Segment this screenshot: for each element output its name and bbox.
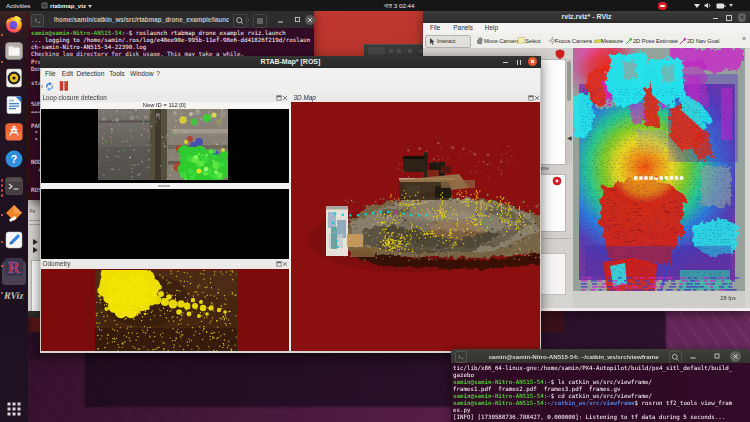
battery-icon[interactable] [716,3,726,9]
maximize-button[interactable] [292,14,303,25]
terminal-tab-button[interactable] [31,14,44,27]
odometry-view[interactable] [40,269,289,353]
dock-item-rhythmbox[interactable] [4,68,24,88]
maximize-icon[interactable] [726,15,732,21]
select-tool-button[interactable]: Select [517,36,545,46]
top-bar: Activities rtabmap_viz নভে 3 02:44 [0,0,750,11]
rtabmap-titlebar[interactable]: RTAB-Map* [ROS] [40,56,541,68]
terminal-tab-button[interactable] [455,351,467,363]
camera-image [98,109,228,180]
nav-goal-tool-button[interactable]: 2D Nav Goal [679,36,721,46]
window-border [40,68,41,353]
terminal-line: samin@samin-Nitro-AN515-54:~/catkin_ws/s… [453,400,750,407]
output-text: [INFO] [1730588736.788427, 0.000000]: Li… [453,414,725,420]
dock-item-text-editor[interactable] [4,230,24,250]
displays-frame-label: frame [537,166,571,172]
move-camera-tool-button[interactable]: Move Camera [476,36,516,46]
dock-item-writer[interactable] [4,95,24,115]
close-button[interactable] [738,13,747,22]
terminal-line: gazebo [453,372,750,379]
gazebo-tree-arrows-icon [32,238,40,254]
loop-closure-match-view[interactable] [40,189,289,260]
activities-button[interactable]: Activities [6,2,30,9]
show-applications-button[interactable] [7,402,21,416]
terminal2-titlebar[interactable]: samin@samin-Nitro-AN515-54: ~/catkin_ws/… [451,349,750,364]
menu-panels[interactable]: Panels [453,23,473,33]
minimize-icon[interactable] [713,18,718,19]
panel-collapse-arrow[interactable]: ◀ [567,134,571,143]
restore-icon[interactable] [517,60,521,65]
running-indicator [1,265,4,268]
system-menu-caret-icon[interactable] [729,4,733,7]
rtabmap-toolbar [40,79,541,94]
nav-goal-label: 2D Nav Goal [687,38,719,44]
dock-item-rviz[interactable]: R [4,257,24,277]
focus-camera-tool-button[interactable]: Focus Camera [548,36,590,46]
loop-closure-camera-view[interactable] [40,109,289,184]
dock-item-help[interactable]: ? [4,149,24,169]
terminal2-content[interactable]: tic/lib/x86_64-linux-gnu:/home/samin/PX4… [451,363,750,422]
rviz-titlebar[interactable]: rviz.rviz* - RViz [423,11,750,23]
input-source-icon[interactable] [694,4,700,8]
close-button[interactable] [528,57,537,66]
maximize-button[interactable] [712,351,722,361]
output-text: $ ls catkin_ws/src/viewframe/ [551,379,652,385]
gazebo-toolbar-icon[interactable] [408,49,412,53]
prompt-text: samin@samin-Nitro-AN515-54 [453,400,544,406]
focused-app-menu[interactable]: rtabmap_viz [50,2,86,9]
menu-button[interactable] [253,14,267,28]
menu-file[interactable]: File [430,23,440,33]
splitter-handle [158,185,170,187]
toolbar-overflow[interactable]: » [742,35,746,42]
gazebo-toolbar-icon[interactable] [389,49,393,53]
dock-item-terminal[interactable] [4,176,24,196]
minimize-button[interactable] [688,351,698,361]
close-icon [738,13,747,22]
dock-item-ubuntu-software[interactable] [4,122,24,142]
error-status-icon [555,49,565,59]
dock-item-impress[interactable] [4,203,24,223]
gazebo-toolbar-icon[interactable] [397,49,401,53]
rtabmap-window: RTAB-Map* [ROS] File Edit Detection Tool… [40,56,541,353]
volume-icon[interactable] [704,2,712,9]
close-button[interactable] [305,15,315,25]
dock-item-rviz-logo[interactable]: RViz [3,287,26,302]
rviz-3d-viewport[interactable] [573,48,745,291]
refresh-button[interactable] [44,81,55,92]
menu-help[interactable]: ? [156,68,160,80]
menu-file[interactable]: File [45,68,56,80]
scrollbar[interactable] [566,59,572,165]
scrollbar-thumb[interactable] [567,61,571,101]
rviz-toolbar: Interact Move Camera Select Focus Camera… [423,33,750,49]
interact-tool-button[interactable]: Interact [425,35,471,48]
displays-tree[interactable] [540,59,566,165]
search-button[interactable] [233,14,247,28]
close-panel-icon[interactable] [282,261,288,267]
search-button[interactable] [669,351,682,364]
clock[interactable]: নভে 3 02:44 [384,2,464,10]
close-button[interactable] [730,351,741,362]
pose-estimate-tool-button[interactable]: 2D Pose Estimate [625,36,675,46]
terminal-line: frames1.pdf frames2.pdf frames3.pdf fram… [453,386,750,393]
pause-button[interactable] [59,81,69,91]
gazebo-toolbar-button[interactable] [368,47,385,55]
rviz-title: rviz.rviz* - RViz [423,13,750,20]
menu-window[interactable]: Window [130,68,153,80]
terminal2-title: samin@samin-Nitro-AN515-54: ~/catkin_ws/… [481,353,666,360]
terminal1-titlebar[interactable]: /home/samin/catkin_ws/src/rtabmap_drone_… [29,11,314,29]
menu-detection[interactable]: Detection [76,68,104,80]
window-shadow [540,311,666,351]
close-panel-icon[interactable] [282,95,288,101]
menu-help[interactable]: Help [485,23,498,33]
svg-text:?: ? [11,153,17,165]
minimize-icon[interactable] [503,62,508,63]
screencast-indicator[interactable] [658,2,667,11]
menu-edit[interactable]: Edit [62,68,73,80]
minimize-button[interactable] [275,14,286,25]
menu-tools[interactable]: Tools [109,68,124,80]
svg-text:RViz: RViz [3,290,23,301]
map3d-view[interactable] [291,102,541,353]
dock-item-firefox[interactable] [4,14,24,34]
measure-tool-button[interactable]: Measure [594,36,622,46]
dock-item-files[interactable] [4,41,24,61]
